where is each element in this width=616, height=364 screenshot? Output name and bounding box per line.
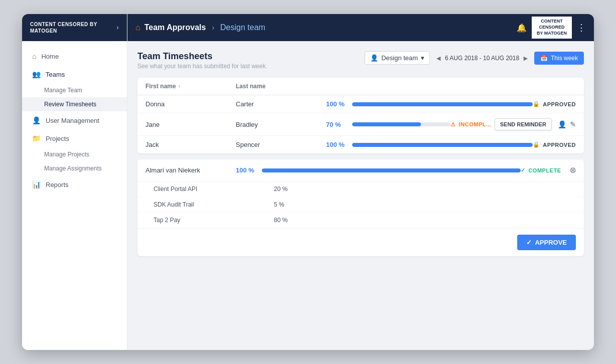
table-row: Jane Bradley 70 % ⚠ INCOMPL... SEND REMI… xyxy=(137,113,584,136)
progress-bar-fill xyxy=(352,122,421,126)
projects-icon: 📁 xyxy=(32,134,41,142)
topnav-breadcrumb-arrow: › xyxy=(212,24,214,32)
sidebar-item-reports-label: Reports xyxy=(46,181,69,189)
progress-bar-bg xyxy=(352,122,450,126)
main-area: ⌂ Team Approvals › Design team 🔔 CONTENT… xyxy=(127,14,594,350)
table-row: Jack Spencer 100 % 🔒 APPROVED xyxy=(137,136,584,153)
expanded-status: ✓ COMPLETE ⊗ xyxy=(521,165,576,175)
sidebar-logo[interactable]: CONTENT CENSORED BY MATOGEN › xyxy=(22,14,127,41)
home-icon: ⌂ xyxy=(32,52,36,60)
expanded-card: Almari van Niekerk 100 % ✓ COMPLETE ⊗ xyxy=(137,159,584,256)
sidebar-item-manage-team[interactable]: Manage Team xyxy=(22,83,127,97)
lock-icon: 🔒 xyxy=(533,141,540,148)
remove-icon[interactable]: ⊗ xyxy=(569,165,576,175)
date-navigator: ◄ 6 AUG 2018 - 10 AUG 2018 ► xyxy=(435,54,529,62)
cell-lastname: Carter xyxy=(236,100,326,108)
date-prev-arrow[interactable]: ◄ xyxy=(435,54,442,62)
date-next-arrow[interactable]: ► xyxy=(522,54,529,62)
sidebar-item-reports[interactable]: 📊 Reports xyxy=(22,175,127,194)
sub-row: Client Portal API 20 % xyxy=(137,181,584,197)
edit-icon[interactable]: ✎ xyxy=(570,120,576,128)
topnav-right-controls: 🔔 CONTENT CENSORED BY MATOGEN ⋮ xyxy=(517,17,586,38)
sub-row: SDK Audit Trail 5 % xyxy=(137,197,584,213)
sub-row: Tap 2 Pay 80 % xyxy=(137,213,584,228)
action-icons: 👤 ✎ xyxy=(558,120,576,128)
team-selector-label: Design team xyxy=(381,54,418,62)
date-range-label: 6 AUG 2018 - 10 AUG 2018 xyxy=(445,55,519,62)
topnav-home-icon[interactable]: ⌂ xyxy=(135,23,140,32)
expanded-main-row: Almari van Niekerk 100 % ✓ COMPLETE ⊗ xyxy=(137,159,584,181)
cell-lastname: Bradley xyxy=(236,121,326,128)
table-header: First name ↑ Last name xyxy=(137,78,584,95)
lock-icon: 🔒 xyxy=(533,101,540,107)
topnav-subtitle: Design team xyxy=(220,23,265,32)
page-title-block: Team Timesheets See what your team has s… xyxy=(137,51,267,70)
sidebar-item-user-management-label: User Management xyxy=(46,117,99,124)
projects-submenu: Manage Projects Manage Assignments xyxy=(22,147,127,175)
pct-label: 70 % xyxy=(326,121,347,128)
cell-firstname: Donna xyxy=(145,100,236,108)
project-pct: 20 % xyxy=(274,186,334,193)
teams-icon: 👥 xyxy=(32,70,41,78)
expanded-progress-bar-bg xyxy=(262,168,521,172)
col-lastname: Last name xyxy=(236,83,326,90)
topnav-censored-text: CONTENT CENSORED BY MATOGEN xyxy=(532,17,572,38)
cell-lastname: Spencer xyxy=(236,141,326,148)
header-controls: 👤 Design team ▾ ◄ 6 AUG 2018 - 10 AUG 20… xyxy=(365,51,584,65)
cell-progress: 100 % xyxy=(326,100,533,108)
user-management-icon: 👤 xyxy=(32,116,41,124)
sidebar-item-projects[interactable]: 📁 Projects xyxy=(22,129,127,147)
cell-progress: 70 % xyxy=(326,121,450,128)
reports-icon: 📊 xyxy=(32,180,41,189)
progress-bar-fill xyxy=(352,143,533,147)
progress-bar-bg xyxy=(352,143,533,147)
sidebar-navigation: ⌂ Home 👥 Teams Manage Team Review Timesh… xyxy=(22,41,127,350)
sidebar-item-teams[interactable]: 👥 Teams xyxy=(22,65,127,83)
sidebar-item-manage-assignments[interactable]: Manage Assignments xyxy=(22,161,127,175)
cell-firstname: Jack xyxy=(145,141,236,148)
page-header-top: Team Timesheets See what your team has s… xyxy=(137,51,584,70)
approve-button[interactable]: ✓ APPROVE xyxy=(517,235,576,250)
teams-submenu: Manage Team Review Timesheets xyxy=(22,83,127,111)
sidebar-item-home-label: Home xyxy=(41,53,59,60)
approve-check-icon: ✓ xyxy=(526,239,532,246)
expanded-name: Almari van Niekerk xyxy=(145,166,236,174)
calendar-icon: 📅 xyxy=(540,55,548,62)
timesheets-table-card: First name ↑ Last name Donna Carter 100 … xyxy=(137,78,584,153)
more-options-icon[interactable]: ⋮ xyxy=(577,22,586,33)
cell-status: 🔒 APPROVED xyxy=(533,101,576,107)
expanded-progress-bar-fill xyxy=(262,168,521,172)
progress-bar-fill xyxy=(352,102,533,106)
team-selector-icon: 👤 xyxy=(370,54,378,62)
this-week-button[interactable]: 📅 This week xyxy=(534,52,584,65)
sidebar-logo-text: CONTENT CENSORED BY MATOGEN xyxy=(30,21,117,34)
page-subtitle: See what your team has submitted for las… xyxy=(137,63,267,70)
pct-label: 100 % xyxy=(326,100,347,108)
table-row: Donna Carter 100 % 🔒 APPROVED xyxy=(137,95,584,113)
send-reminder-button[interactable]: SEND REMINDER xyxy=(495,118,552,130)
cell-status: ⚠ INCOMPL... SEND REMINDER 👤 ✎ xyxy=(450,118,576,130)
app-container: CONTENT CENSORED BY MATOGEN › ⌂ Home 👥 T… xyxy=(22,14,594,350)
notification-bell-icon[interactable]: 🔔 xyxy=(517,23,527,33)
user-action-icon[interactable]: 👤 xyxy=(558,120,567,128)
cell-firstname: Jane xyxy=(145,121,236,128)
sidebar-item-teams-label: Teams xyxy=(46,71,65,78)
team-selector[interactable]: 👤 Design team ▾ xyxy=(365,51,430,65)
expanded-pct-label: 100 % xyxy=(236,166,257,174)
main-content: Team Timesheets See what your team has s… xyxy=(127,41,594,350)
sidebar-item-user-management[interactable]: 👤 User Management xyxy=(22,111,127,129)
cell-status: 🔒 APPROVED xyxy=(533,141,576,148)
project-name: Tap 2 Pay xyxy=(153,217,274,224)
sidebar-item-home[interactable]: ⌂ Home xyxy=(22,47,127,65)
pct-label: 100 % xyxy=(326,141,347,148)
cell-progress: 100 % xyxy=(326,141,533,148)
sort-icon[interactable]: ↑ xyxy=(178,84,181,89)
sidebar-item-projects-label: Projects xyxy=(46,135,69,142)
sidebar-item-manage-projects[interactable]: Manage Projects xyxy=(22,147,127,161)
warning-icon: ⚠ xyxy=(450,121,456,128)
sidebar-item-review-timesheets[interactable]: Review Timesheets xyxy=(22,97,127,111)
progress-bar-bg xyxy=(352,102,533,106)
project-pct: 5 % xyxy=(274,201,334,208)
sidebar-logo-arrow: › xyxy=(117,24,119,31)
expanded-progress-cell: 100 % xyxy=(236,166,521,174)
